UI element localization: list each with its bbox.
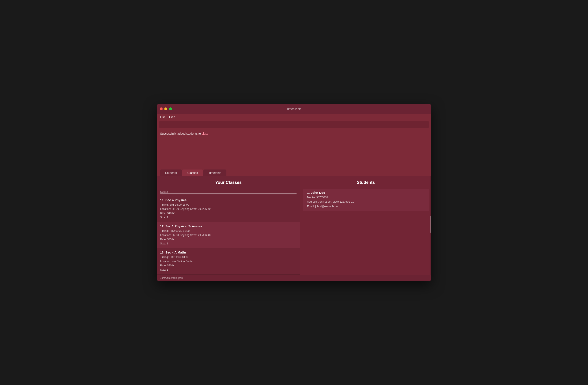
size-bar: [160, 193, 297, 194]
scroll-thumb[interactable]: [430, 216, 431, 233]
tab-classes[interactable]: Classes: [182, 169, 203, 176]
class-item-11-detail: Timing: SAT 16:00-18:00 Location: Blk 30…: [160, 203, 297, 220]
class-item-13[interactable]: 13. Sec 4 A Maths Timing: FRI 11:30-13:3…: [157, 248, 300, 275]
class-item-11-header: 11. Sec 4 Physics: [160, 198, 297, 202]
students-panel-title: Students: [300, 176, 431, 189]
status-text-plain: Successfully added students to: [160, 132, 202, 135]
student-item-1[interactable]: 1. John Doe Mobile: 98765432 Address: Jo…: [303, 189, 429, 211]
menu-file[interactable]: File: [160, 115, 165, 119]
tabs-row: Students Classes Timetable: [157, 167, 431, 176]
app-window: TimesTable File Help Successfully added …: [157, 104, 431, 281]
window-controls: [160, 107, 172, 110]
size-bar-container: Size: 2: [157, 189, 300, 196]
scroll-track[interactable]: [430, 176, 431, 275]
students-panel: Students 1. John Doe Mobile: 98765432 Ad…: [300, 176, 431, 275]
tab-students[interactable]: Students: [160, 169, 182, 176]
class-item-13-header: 13. Sec 4 A Maths: [160, 251, 297, 254]
app-title: TimesTable: [286, 107, 301, 111]
status-message: Successfully added students to class: [160, 132, 428, 135]
maximize-button[interactable]: [169, 107, 172, 110]
status-text-highlight: class: [202, 132, 209, 135]
class-item-12-detail: Timing: THU 09:30-11:00 Location: Blk 30…: [160, 229, 297, 246]
class-item-12-header: 12. Sec 1 Physical Sciences: [160, 224, 297, 228]
class-item-12[interactable]: 12. Sec 1 Physical Sciences Timing: THU …: [157, 222, 300, 248]
student-name-1: 1. John Doe: [307, 191, 424, 194]
minimize-button[interactable]: [164, 107, 167, 110]
class-item-11[interactable]: 11. Sec 4 Physics Timing: SAT 16:00-18:0…: [157, 196, 300, 222]
menubar: File Help: [157, 114, 431, 120]
toolbar: [157, 120, 431, 129]
tab-timetable[interactable]: Timetable: [203, 169, 226, 176]
menu-help[interactable]: Help: [169, 115, 175, 119]
class-item-13-detail: Timing: FRI 11:30-13:30 Location: Nex Tu…: [160, 255, 297, 272]
toolbar-inner: [159, 121, 429, 128]
classes-panel: Your Classes Size: 2 11. Sec 4 Physics T…: [157, 176, 300, 275]
titlebar: TimesTable: [157, 104, 431, 114]
footer-path: ./data/timetable.json: [160, 277, 183, 280]
size-partial-label: Size: 2: [160, 190, 297, 193]
student-detail-1: Mobile: 98765432 Address: John street, b…: [307, 195, 424, 209]
classes-panel-title: Your Classes: [157, 176, 300, 189]
bottom-status: ./data/timetable.json: [157, 275, 431, 281]
status-area: Successfully added students to class: [157, 129, 431, 167]
close-button[interactable]: [160, 107, 163, 110]
main-content: Your Classes Size: 2 11. Sec 4 Physics T…: [157, 176, 431, 275]
